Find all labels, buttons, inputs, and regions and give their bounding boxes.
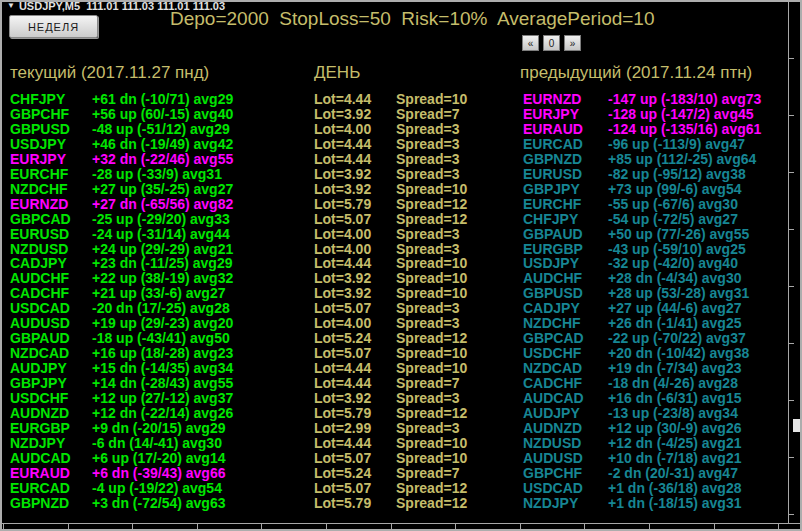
day-lot: Lot=4.00	[314, 242, 371, 257]
table-row: AUDJPY+15 dn (-14/35) avg34Lot=4.44Sprea…	[2, 361, 800, 376]
previous-pair: GBPUSD	[523, 286, 583, 301]
table-row: GBPCHF+56 up (60/-15) avg40Lot=3.92Sprea…	[2, 107, 800, 122]
current-value: +27 dn (-65/56) avg82	[92, 197, 233, 212]
day-spread: Spread=10	[396, 436, 467, 451]
current-value: -6 dn (14/-41) avg30	[92, 436, 222, 451]
current-value: +6 up (17/-20) avg14	[92, 451, 225, 466]
day-lot: Lot=5.07	[314, 301, 371, 316]
nav-zero-button[interactable]: 0	[543, 35, 560, 51]
current-pair: EURGBP	[10, 421, 70, 436]
day-lot: Lot=3.92	[314, 107, 371, 122]
previous-pair: GBPCAD	[523, 331, 584, 346]
current-value: +32 dn (-22/46) avg55	[92, 152, 233, 167]
current-value: -28 up (-33/9) avg31	[92, 167, 222, 182]
day-lot: Lot=5.07	[314, 451, 371, 466]
current-pair: AUDCAD	[10, 451, 71, 466]
day-spread: Spread=12	[396, 496, 467, 511]
nav-buttons: « 0 »	[522, 35, 581, 51]
current-pair: NZDJPY	[10, 436, 65, 451]
current-value: +56 up (60/-15) avg40	[92, 107, 233, 122]
current-pair: USDCAD	[10, 301, 70, 316]
current-pair: GBPAUD	[10, 331, 70, 346]
table-row: EURUSD-24 up (-31/14) avg44Lot=4.00Sprea…	[2, 227, 800, 242]
day-spread: Spread=7	[396, 376, 459, 391]
previous-value: +50 up (77/-26) avg55	[608, 227, 749, 242]
column-header-previous: предыдущий (2017.11.24 птн)	[520, 63, 752, 83]
table-row: EURJPY+32 dn (-22/46) avg55Lot=4.44Sprea…	[2, 152, 800, 167]
current-pair: USDJPY	[10, 137, 66, 152]
current-pair: EURNZD	[10, 197, 68, 212]
current-value: -24 up (-31/14) avg44	[92, 227, 230, 242]
day-spread: Spread=3	[396, 242, 459, 257]
day-lot: Lot=4.44	[314, 137, 371, 152]
previous-pair: USDCAD	[523, 481, 583, 496]
mt4-chart-window: ▼ USDJPY,M5 111.01 111.03 111.01 111.03 …	[0, 0, 802, 531]
previous-value: +10 dn (-7/18) avg21	[608, 451, 741, 466]
previous-value: +28 up (53/-28) avg31	[608, 286, 749, 301]
day-spread: Spread=12	[396, 331, 467, 346]
current-value: +61 dn (-10/71) avg29	[92, 92, 233, 107]
nav-prev-button[interactable]: «	[522, 35, 539, 51]
current-pair: AUDCHF	[10, 271, 69, 286]
previous-value: +73 up (99/-6) avg54	[608, 182, 741, 197]
current-value: +14 dn (-28/43) avg55	[92, 376, 233, 391]
day-spread: Spread=10	[396, 346, 467, 361]
day-lot: Lot=5.79	[314, 406, 371, 421]
week-button[interactable]: НЕДЕЛЯ	[9, 15, 98, 38]
day-spread: Spread=3	[396, 316, 459, 331]
day-spread: Spread=10	[396, 92, 467, 107]
table-row: USDJPY+46 dn (-19/49) avg42Lot=4.44Sprea…	[2, 137, 800, 152]
day-spread: Spread=10	[396, 286, 467, 301]
table-row: NZDCAD+16 up (18/-28) avg23Lot=5.07Sprea…	[2, 346, 800, 361]
current-pair: GBPUSD	[10, 122, 70, 137]
table-row: CHFJPY+61 dn (-10/71) avg29Lot=4.44Sprea…	[2, 92, 800, 107]
day-spread: Spread=3	[396, 167, 459, 182]
previous-value: +27 up (44/-6) avg27	[608, 301, 741, 316]
current-value: +15 dn (-14/35) avg34	[92, 361, 233, 376]
previous-value: +20 dn (-10/42) avg38	[608, 346, 749, 361]
current-pair: NZDCAD	[10, 346, 69, 361]
current-value: +16 up (18/-28) avg23	[92, 346, 233, 361]
table-row: USDCAD-20 dn (17/-25) avg28Lot=5.07Sprea…	[2, 301, 800, 316]
table-row: GBPAUD-18 up (-43/41) avg50Lot=5.24Sprea…	[2, 331, 800, 346]
day-spread: Spread=7	[396, 466, 459, 481]
day-lot: Lot=4.44	[314, 152, 371, 167]
previous-value: -22 up (-70/22) avg37	[608, 331, 746, 346]
day-spread: Spread=10	[396, 361, 467, 376]
current-value: +27 up (35/-25) avg27	[92, 182, 233, 197]
day-spread: Spread=3	[396, 421, 459, 436]
day-lot: Lot=4.44	[314, 92, 371, 107]
day-lot: Lot=5.79	[314, 197, 371, 212]
day-lot: Lot=2.99	[314, 421, 371, 436]
day-lot: Lot=5.24	[314, 466, 371, 481]
previous-value: -32 up (-42/0) avg40	[608, 256, 738, 271]
previous-value: +12 up (30/-9) avg26	[608, 421, 741, 436]
table-row: EURGBP+9 dn (-20/15) avg29Lot=2.99Spread…	[2, 421, 800, 436]
day-lot: Lot=3.92	[314, 286, 371, 301]
previous-value: +28 dn (-4/34) avg30	[608, 271, 741, 286]
previous-pair: GBPJPY	[523, 182, 580, 197]
previous-value: +16 dn (-6/31) avg15	[608, 391, 741, 406]
nav-next-button[interactable]: »	[564, 35, 581, 51]
previous-pair: USDCHF	[523, 346, 581, 361]
day-lot: Lot=4.44	[314, 361, 371, 376]
previous-value: +1 dn (-36/18) avg28	[608, 481, 741, 496]
current-pair: CADCHF	[10, 286, 69, 301]
current-pair: GBPJPY	[10, 376, 67, 391]
day-spread: Spread=3	[396, 227, 459, 242]
current-pair: AUDUSD	[10, 316, 70, 331]
previous-pair: CHFJPY	[523, 212, 578, 227]
current-value: +24 up (29/-29) avg21	[92, 242, 233, 257]
previous-pair: CADJPY	[523, 301, 580, 316]
current-value: +46 dn (-19/49) avg42	[92, 137, 233, 152]
day-spread: Spread=12	[396, 481, 467, 496]
day-lot: Lot=5.79	[314, 496, 371, 511]
previous-value: -82 up (-95/12) avg38	[608, 167, 746, 182]
current-value: +12 up (27/-12) avg37	[92, 391, 233, 406]
previous-value: -124 up (-135/16) avg61	[608, 122, 761, 137]
current-pair: GBPCAD	[10, 212, 71, 227]
current-value: +9 dn (-20/15) avg29	[92, 421, 225, 436]
current-pair: CADJPY	[10, 256, 67, 271]
price-marker	[793, 419, 800, 432]
previous-pair: AUDJPY	[523, 406, 580, 421]
